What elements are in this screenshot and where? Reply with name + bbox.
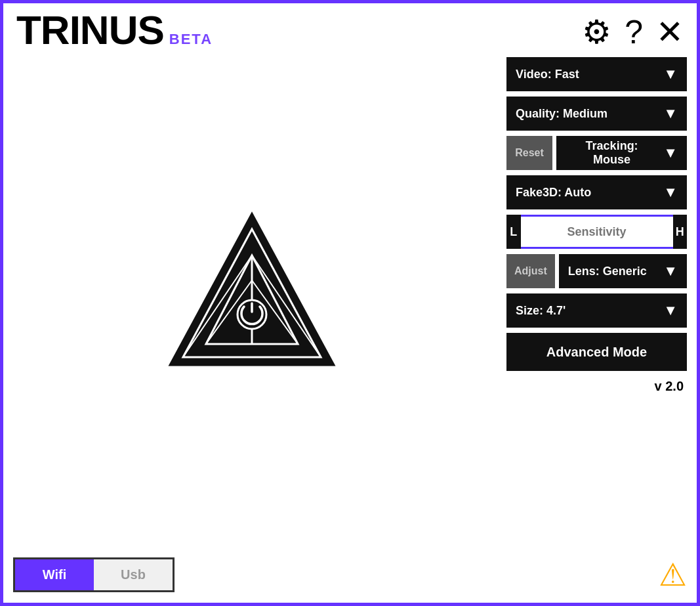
right-panel: Video: Fast ▼ Quality: Medium ▼ Reset Tr… xyxy=(500,51,697,578)
quality-row: Quality: Medium ▼ xyxy=(506,97,687,131)
fake3d-row: Fake3D: Auto ▼ xyxy=(506,175,687,209)
sensitivity-input[interactable] xyxy=(521,215,673,249)
warning-icon: ⚠ xyxy=(659,556,687,593)
adjust-button[interactable]: Adjust xyxy=(506,254,555,288)
close-icon[interactable]: ✕ xyxy=(656,16,684,49)
app-title: TRINUS xyxy=(16,10,164,51)
header: TRINUS BETA ⚙ ? ✕ xyxy=(3,3,697,51)
fake3d-dropdown-arrow: ▼ xyxy=(663,184,678,201)
tracking-dropdown-arrow: ▼ xyxy=(663,144,678,162)
size-dropdown-arrow: ▼ xyxy=(663,302,678,319)
version-text: v 2.0 xyxy=(506,379,687,394)
video-label: Video: Fast xyxy=(516,68,579,81)
tracking-label: Tracking: Mouse xyxy=(566,139,658,167)
settings-icon[interactable]: ⚙ xyxy=(582,16,611,49)
trinus-logo xyxy=(160,203,344,374)
main-area: Video: Fast ▼ Quality: Medium ▼ Reset Tr… xyxy=(3,51,697,578)
size-row: Size: 4.7' ▼ xyxy=(506,293,687,328)
video-dropdown-arrow: ▼ xyxy=(663,66,678,83)
lens-dropdown-arrow: ▼ xyxy=(663,263,678,280)
size-button[interactable]: Size: 4.7' ▼ xyxy=(506,293,687,328)
connection-buttons: Wifi Usb xyxy=(13,557,175,592)
video-row: Video: Fast ▼ xyxy=(506,57,687,91)
lens-label: Lens: Generic xyxy=(568,265,647,278)
video-button[interactable]: Video: Fast ▼ xyxy=(506,57,687,91)
fake3d-button[interactable]: Fake3D: Auto ▼ xyxy=(506,175,687,209)
quality-label: Quality: Medium xyxy=(516,107,607,121)
lens-row: Adjust Lens: Generic ▼ xyxy=(506,254,687,288)
sensitivity-h-label: H xyxy=(673,215,688,249)
tracking-button[interactable]: Tracking: Mouse ▼ xyxy=(556,136,687,170)
sensitivity-row: L H xyxy=(506,215,687,249)
usb-button[interactable]: Usb xyxy=(94,559,173,590)
header-icons: ⚙ ? ✕ xyxy=(582,12,684,49)
help-icon[interactable]: ? xyxy=(625,16,643,49)
size-label: Size: 4.7' xyxy=(516,304,566,318)
tracking-row: Reset Tracking: Mouse ▼ xyxy=(506,136,687,170)
wifi-button[interactable]: Wifi xyxy=(15,559,94,590)
advanced-mode-row: Advanced Mode xyxy=(506,333,687,371)
left-area xyxy=(3,51,500,578)
fake3d-label: Fake3D: Auto xyxy=(516,186,591,200)
quality-dropdown-arrow: ▼ xyxy=(663,105,678,122)
lens-button[interactable]: Lens: Generic ▼ xyxy=(559,254,687,288)
logo-area: TRINUS BETA xyxy=(16,10,213,51)
advanced-mode-button[interactable]: Advanced Mode xyxy=(506,333,687,371)
bottom-bar: Wifi Usb ⚠ xyxy=(13,556,687,593)
quality-button[interactable]: Quality: Medium ▼ xyxy=(506,97,687,131)
beta-badge: BETA xyxy=(169,31,213,48)
sensitivity-l-label: L xyxy=(506,215,521,249)
reset-button[interactable]: Reset xyxy=(506,136,552,170)
